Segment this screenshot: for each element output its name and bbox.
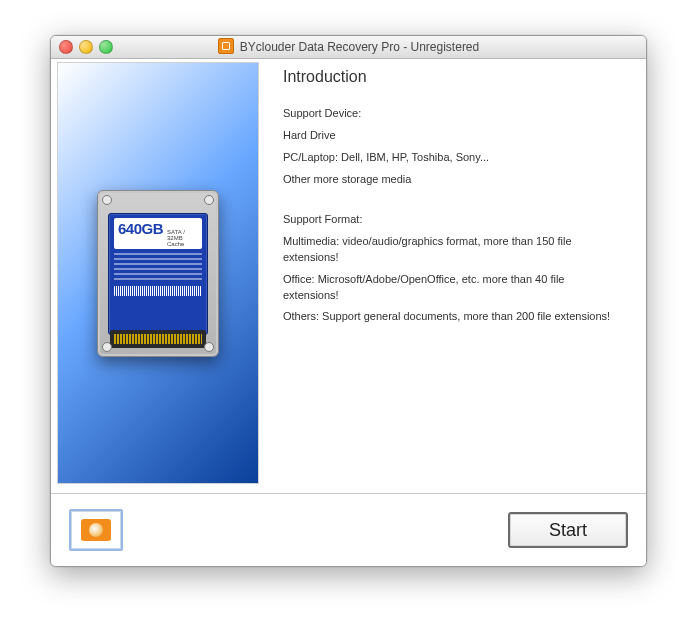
intro-panel: Introduction Support Device: Hard Drive … [265, 62, 640, 488]
minimize-icon[interactable] [79, 40, 93, 54]
step-thumbnail[interactable] [69, 509, 123, 551]
illustration-panel: 640GB SATA / 32MB Cache [57, 62, 259, 484]
support-device-line: Hard Drive [283, 128, 622, 144]
app-window: BYclouder Data Recovery Pro - Unregister… [50, 35, 647, 567]
titlebar[interactable]: BYclouder Data Recovery Pro - Unregister… [51, 36, 646, 59]
support-device-line: PC/Laptop: Dell, IBM, HP, Toshiba, Sony.… [283, 150, 622, 166]
close-icon[interactable] [59, 40, 73, 54]
bottom-toolbar: Start [51, 493, 646, 566]
support-format-line: Multimedia: video/audio/graphics format,… [283, 234, 622, 266]
hdd-connector [110, 330, 206, 348]
hard-drive-illustration: 640GB SATA / 32MB Cache [97, 190, 219, 357]
support-device-label: Support Device: [283, 106, 622, 122]
hdd-subtext: SATA / 32MB Cache [167, 229, 198, 247]
content-area: 640GB SATA / 32MB Cache Introduction Sup… [51, 58, 646, 566]
page-title: Introduction [283, 68, 622, 86]
support-format-line: Office: Microsoft/Adobe/OpenOffice, etc.… [283, 272, 622, 304]
support-format-line: Others: Support general documents, more … [283, 309, 622, 325]
zoom-icon[interactable] [99, 40, 113, 54]
start-button[interactable]: Start [508, 512, 628, 548]
hdd-label: 640GB SATA / 32MB Cache [108, 213, 208, 335]
start-button-label: Start [549, 520, 587, 541]
hdd-spec-lines [114, 253, 202, 280]
hdd-barcode [114, 286, 202, 296]
window-controls [59, 40, 113, 54]
app-icon [218, 38, 234, 54]
hdd-capacity: 640GB [118, 220, 163, 237]
support-device-line: Other more storage media [283, 172, 622, 188]
camera-icon [81, 519, 111, 541]
window-title: BYclouder Data Recovery Pro - Unregister… [240, 40, 479, 54]
support-format-label: Support Format: [283, 212, 622, 228]
